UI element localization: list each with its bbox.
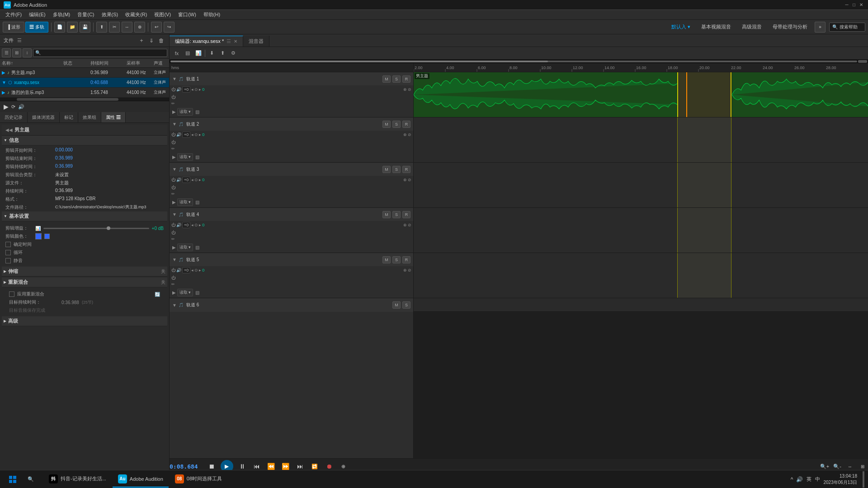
menu-window[interactable]: 窗口(W) bbox=[175, 10, 200, 19]
track-5-pan-knob[interactable]: ⊙ bbox=[194, 268, 198, 272]
maximize-button[interactable]: □ bbox=[851, 2, 857, 8]
files-scrollbar[interactable] bbox=[0, 98, 169, 101]
menu-help[interactable]: 帮助(H) bbox=[200, 10, 224, 19]
loop-checkbox[interactable] bbox=[5, 250, 11, 255]
track-1-extra-btn[interactable]: ▧ bbox=[195, 109, 199, 114]
volume-thumb[interactable] bbox=[107, 226, 110, 230]
track-2-pan-knob[interactable]: ⊙ bbox=[194, 132, 198, 137]
track-4-read-expand[interactable]: ▶ bbox=[172, 245, 176, 250]
track-3-volume[interactable]: +0 bbox=[182, 177, 190, 183]
files-loop-btn[interactable]: ⟳ bbox=[11, 104, 15, 110]
track-3-expand[interactable]: ▼ bbox=[172, 167, 177, 172]
track-4-send-plus[interactable]: ⊕ bbox=[403, 223, 407, 227]
stretch-section-header[interactable]: ▶ 伸缩 关 bbox=[2, 267, 167, 277]
tab-mixer[interactable]: 混音器 bbox=[243, 36, 269, 47]
track-1-power-icon[interactable]: ⏻ bbox=[171, 87, 175, 92]
track-3-mute[interactable]: M bbox=[382, 166, 391, 173]
list-view-btn[interactable]: ☰ bbox=[2, 48, 11, 57]
stretch-close[interactable]: 关 bbox=[161, 268, 165, 275]
track-3-read-expand[interactable]: ▶ bbox=[172, 200, 176, 205]
track-6-expand[interactable]: ▼ bbox=[172, 303, 177, 308]
sort-btn[interactable]: ↕ bbox=[23, 48, 32, 57]
remix-close[interactable]: 关 bbox=[161, 279, 165, 286]
taskbar-app-timeselect[interactable]: 08 08时间选择工具 bbox=[170, 471, 227, 488]
loop-row[interactable]: 循环 bbox=[2, 249, 167, 257]
track-1-read-expand[interactable]: ▶ bbox=[172, 109, 176, 114]
track-3-arm[interactable]: R bbox=[402, 166, 410, 173]
track-4-expand[interactable]: ▼ bbox=[172, 212, 177, 217]
track-4-read-btn[interactable]: 读取 ▾ bbox=[177, 244, 193, 251]
track-3-pw[interactable]: ⏻ bbox=[171, 185, 175, 190]
tray-expand-icon[interactable]: ^ bbox=[791, 476, 793, 483]
tab-media-browser[interactable]: 媒体浏览器 bbox=[28, 112, 60, 122]
track-3-solo[interactable]: S bbox=[392, 166, 401, 173]
track-3-send-plus[interactable]: ⊕ bbox=[403, 178, 407, 182]
track-1-pan-knob[interactable]: ⊙ bbox=[194, 87, 198, 92]
tab-effects[interactable]: 效果组 bbox=[78, 112, 101, 122]
tab-properties[interactable]: 属性 ☰ bbox=[101, 112, 126, 122]
multitrack-mode-btn[interactable]: ☰ 多轨 bbox=[25, 22, 48, 33]
track-2-arm[interactable]: R bbox=[402, 121, 410, 128]
track-3-read-btn[interactable]: 读取 ▾ bbox=[177, 198, 193, 206]
tl-meter-btn[interactable]: 📊 bbox=[194, 49, 203, 58]
lang-en[interactable]: 英 bbox=[807, 476, 811, 483]
tl-effects-btn[interactable]: fx bbox=[172, 49, 181, 58]
open-file-btn[interactable]: 📁 bbox=[67, 22, 78, 33]
select-tool-btn[interactable]: ⬆ bbox=[96, 22, 107, 33]
close-button[interactable]: ✕ bbox=[858, 2, 864, 8]
track-2-send-plus[interactable]: ⊕ bbox=[403, 132, 407, 137]
panel-master-btn[interactable]: 母带处理与分析 bbox=[769, 23, 811, 31]
tl-eq-btn[interactable]: ▤ bbox=[183, 49, 192, 58]
panel-default-btn[interactable]: 默认入 ▾ bbox=[668, 23, 694, 31]
color-checkbox[interactable] bbox=[44, 234, 50, 239]
track-6-solo[interactable]: S bbox=[402, 301, 410, 309]
track-5-send-plus[interactable]: ⊕ bbox=[403, 268, 407, 272]
track-2-extra-btn[interactable]: ▧ bbox=[195, 155, 199, 160]
basic-settings-header[interactable]: ▼ 基本设置 bbox=[2, 211, 167, 221]
track-3-extra-btn[interactable]: ▧ bbox=[195, 200, 199, 205]
tl-input-btn[interactable]: ⬇ bbox=[207, 49, 216, 58]
track-2-eq-icon[interactable]: ✏ bbox=[171, 146, 175, 151]
lang-zh[interactable]: 中 bbox=[815, 476, 820, 483]
track-1-volume[interactable]: +0 bbox=[182, 86, 190, 93]
search-box[interactable]: 🔍 搜索帮助 bbox=[829, 23, 865, 32]
tl-output-btn[interactable]: ⬆ bbox=[218, 49, 227, 58]
track-wave-4[interactable] bbox=[414, 208, 868, 253]
track-5-mute[interactable]: M bbox=[382, 256, 391, 263]
track-1-solo[interactable]: S bbox=[392, 75, 401, 83]
track-5-arm[interactable]: R bbox=[402, 256, 410, 263]
track-1-mute[interactable]: M bbox=[382, 75, 391, 83]
horizontal-scroll-indicator[interactable] bbox=[170, 60, 868, 63]
file-row-selected[interactable]: ▼ ⬡ xuanqu.sesx 0:40.688 44100 Hz 立体声 bbox=[0, 78, 169, 88]
track-5-expand[interactable]: ▼ bbox=[172, 257, 177, 262]
track-5-power-icon[interactable]: ⏻ bbox=[171, 268, 175, 272]
files-scroll-thumb[interactable] bbox=[17, 98, 118, 101]
info-section-header[interactable]: ▼ 信息 bbox=[2, 136, 167, 145]
track-1-extra[interactable]: ⊘ bbox=[408, 87, 411, 92]
track-wave-3[interactable] bbox=[414, 163, 868, 208]
editor-tab-close[interactable]: ✕ bbox=[234, 39, 237, 44]
icon-view-btn[interactable]: ⊞ bbox=[12, 48, 21, 57]
track-4-power-icon[interactable]: ⏻ bbox=[171, 223, 175, 227]
track-5-extra-btn[interactable]: ▧ bbox=[195, 290, 199, 295]
track-1-eq-icon[interactable]: ✏ bbox=[171, 101, 175, 106]
track-3-extra[interactable]: ⊘ bbox=[408, 178, 411, 182]
editor-tab-menu[interactable]: ☰ bbox=[226, 38, 231, 44]
menu-effects[interactable]: 效果(S) bbox=[98, 10, 122, 19]
track-4-extra[interactable]: ⊘ bbox=[408, 223, 411, 227]
track-4-solo[interactable]: S bbox=[392, 211, 401, 218]
track-2-solo[interactable]: S bbox=[392, 121, 401, 128]
menu-file[interactable]: 文件(F) bbox=[2, 10, 25, 19]
advanced-section-header[interactable]: ▶ 高级 bbox=[2, 316, 167, 326]
track-1-read-btn[interactable]: 读取 ▾ bbox=[177, 108, 193, 116]
track-1-expand[interactable]: ▼ bbox=[172, 76, 177, 81]
import-btn[interactable]: ⇓ bbox=[147, 37, 156, 45]
track-6-mute[interactable]: M bbox=[392, 301, 401, 309]
apply-remix-checkbox[interactable] bbox=[9, 291, 14, 297]
save-file-btn[interactable]: 💾 bbox=[80, 22, 90, 33]
file-row-3[interactable]: ▶ ♪ 激烈的音乐.mp3 1:55.748 44100 Hz 立体声 bbox=[0, 88, 169, 98]
move-tool-btn[interactable]: ↔ bbox=[122, 22, 132, 33]
razor-tool-btn[interactable]: ✂ bbox=[109, 22, 120, 33]
track-5-pw[interactable]: ⏻ bbox=[171, 276, 175, 280]
tl-settings-btn[interactable]: ⚙ bbox=[229, 49, 238, 58]
